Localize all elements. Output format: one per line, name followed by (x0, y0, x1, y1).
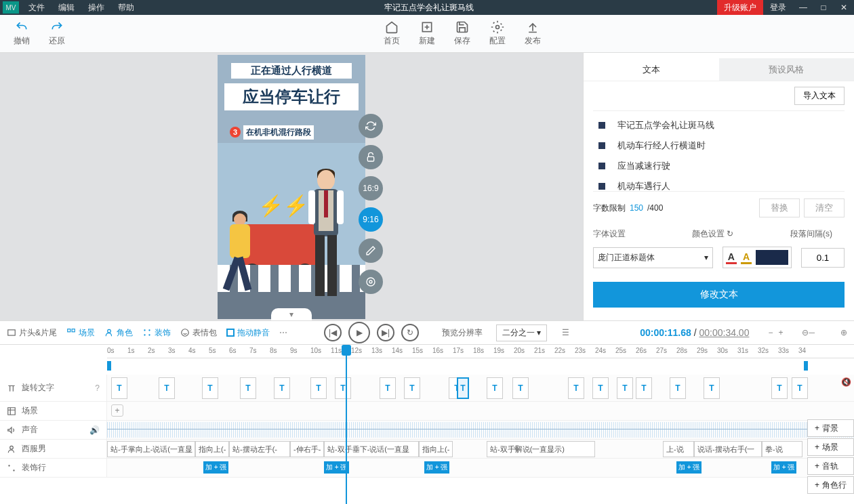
add-audio-button[interactable]: + 音轨 (807, 457, 854, 475)
maximize-button[interactable]: □ (813, 3, 834, 12)
text-clip[interactable]: T (335, 377, 351, 399)
track-body[interactable]: + (107, 402, 854, 420)
stage-text-2[interactable]: 应当停车让行 (224, 83, 359, 110)
publish-button[interactable]: 发布 (525, 20, 541, 47)
add-role-button[interactable]: + 角色行 (807, 476, 854, 494)
time-total[interactable]: 00:00:34.00 (699, 327, 749, 338)
text-clip[interactable]: T (274, 377, 290, 399)
stage-text-3[interactable]: 在机非机混行路段 (243, 125, 314, 140)
deco-clip[interactable]: 加 + 强 (203, 461, 228, 474)
menu-file[interactable]: 文件 (22, 2, 52, 14)
menu-action[interactable]: 操作 (81, 2, 111, 14)
edit-tool[interactable] (359, 238, 383, 263)
track-body[interactable]: 加 + 强加 + 强加 + 强加 + 强加 + 强 (107, 459, 854, 477)
close-button[interactable]: ✕ (834, 3, 854, 12)
text-clip[interactable]: T (159, 377, 175, 399)
text-clip[interactable]: T (310, 377, 327, 399)
text-clip[interactable]: T (636, 377, 652, 399)
list-item[interactable]: 机动车遇行人 (593, 176, 845, 192)
help-icon[interactable]: ? (95, 383, 100, 393)
zoom-reset-button[interactable]: ⊖─ (802, 328, 815, 337)
waveform[interactable] (107, 422, 854, 438)
zoom-out-button[interactable]: − (768, 328, 773, 337)
man-graphic[interactable] (306, 170, 346, 306)
zoom-in-button[interactable]: + (778, 328, 783, 337)
minimize-button[interactable]: — (793, 3, 813, 12)
text-clip[interactable]: T (617, 377, 633, 399)
deco-clip[interactable]: 加 + 强 (424, 461, 449, 474)
text-clip[interactable]: T (380, 377, 396, 399)
settings-tool[interactable] (359, 270, 383, 294)
action-clip[interactable]: 拳-说 (762, 441, 802, 457)
tab-preset[interactable]: 预设风格 (719, 58, 855, 81)
play-button[interactable]: ▶ (348, 322, 370, 343)
action-clip[interactable]: 说话-摆动右手(一 (694, 441, 762, 457)
text-clip[interactable]: T (487, 377, 503, 399)
gap-input[interactable] (801, 248, 845, 268)
text-list[interactable]: 牢记五点学会礼让斑马线 机动车行经人行横道时 应当减速行驶 机动车遇行人 (593, 110, 845, 192)
text-clip[interactable]: T (240, 377, 256, 399)
head-tail-button[interactable]: 片头&片尾 (7, 327, 57, 339)
stage[interactable]: 正在通过人行横道 应当停车让行 3 在机非机混行路段 ⚡⚡ (218, 55, 365, 319)
text-clip[interactable]: T (568, 377, 584, 399)
undo-button[interactable]: 撤销 (14, 20, 30, 47)
speaker-icon[interactable]: 🔇 (841, 377, 851, 387)
action-clip[interactable]: 上-说 (663, 441, 694, 457)
save-button[interactable]: 保存 (454, 20, 470, 47)
clear-button[interactable]: 清空 (804, 198, 845, 217)
home-button[interactable]: 首页 (384, 20, 400, 47)
login-button[interactable]: 登录 (763, 2, 793, 14)
text-clip[interactable]: T (792, 377, 808, 399)
ratio-9-16[interactable]: 9:16 (359, 207, 383, 232)
role-button[interactable]: 角色 (104, 327, 133, 339)
stage-text-1[interactable]: 正在通过人行横道 (231, 63, 352, 79)
layers-icon[interactable]: ☰ (562, 328, 569, 337)
refresh-icon[interactable]: ↻ (727, 229, 733, 238)
speaker-icon[interactable]: 🔊 (89, 425, 100, 435)
deco-clip[interactable]: 加 + 强 (771, 461, 796, 474)
color-control[interactable]: A A (723, 247, 792, 268)
deco-button[interactable]: 装饰 (142, 327, 171, 339)
apply-text-button[interactable]: 修改文本 (593, 282, 845, 308)
canvas-area[interactable]: 正在通过人行横道 应当停车让行 3 在机非机混行路段 ⚡⚡ 16:9 9:16 … (0, 53, 583, 320)
range-start[interactable] (107, 361, 111, 371)
track-body[interactable]: 🔇 TTTTTTTTTTTTTTTTTTTTT (107, 375, 854, 401)
color-swatch[interactable] (756, 250, 788, 265)
add-scene-button[interactable]: + 场景 (807, 438, 854, 456)
deco-clip[interactable]: 加 + 强 (676, 461, 702, 474)
canvas-collapse[interactable]: ▾ (271, 308, 312, 320)
menu-edit[interactable]: 编辑 (52, 2, 81, 14)
text-clip[interactable]: T (404, 377, 420, 399)
upgrade-button[interactable]: 升级账户 (717, 0, 763, 15)
track-body[interactable]: 站-手掌向上-说话(一直显指向上(-站-摆动左手(--伸右手-站-双手垂下-说话… (107, 440, 854, 458)
replace-button[interactable]: 替换 (759, 198, 800, 217)
refresh-tool[interactable] (359, 114, 383, 138)
menu-help[interactable]: 帮助 (111, 2, 141, 14)
preview-res-select[interactable]: 二分之一 ▾ (496, 324, 547, 341)
scene-button[interactable]: 场景 (66, 327, 95, 339)
ratio-16-9[interactable]: 16:9 (359, 176, 383, 201)
text-clip[interactable]: T (592, 377, 609, 399)
new-button[interactable]: 新建 (419, 20, 435, 47)
action-clip[interactable]: 站-摆动左手(- (229, 441, 290, 457)
action-clip[interactable]: 指向上(- (419, 441, 453, 457)
list-item[interactable]: 机动车行经人行横道时 (593, 135, 845, 156)
add-bg-button[interactable]: + 背景 (807, 419, 854, 437)
lock-tool[interactable] (359, 145, 383, 169)
loop-button[interactable]: ↻ (401, 324, 419, 341)
action-clip[interactable]: 指向上(- (195, 441, 229, 457)
action-clip[interactable]: -伸右手- (290, 441, 324, 457)
tab-text[interactable]: 文本 (584, 58, 719, 81)
list-item[interactable]: 应当减速行驶 (593, 156, 845, 176)
text-color-b[interactable]: A (741, 251, 752, 264)
text-color-a[interactable]: A (726, 251, 737, 264)
range-end[interactable] (804, 361, 808, 371)
timeline[interactable]: 0s1s2s3s4s5s6s7s8s9s10s11s12s13s14s15s16… (0, 345, 854, 504)
text-clip[interactable]: T (202, 377, 218, 399)
action-clip[interactable]: 站-手掌向上-说话(一直显 (107, 441, 195, 457)
add-scene-button[interactable]: + (111, 404, 123, 417)
action-clip[interactable]: 站-双手垂下-说话(一直显 (324, 441, 419, 457)
font-select[interactable]: 庞门正道标题体▾ (593, 247, 713, 268)
text-clip[interactable]: T (457, 377, 469, 399)
import-text-button[interactable]: 导入文本 (794, 87, 845, 105)
